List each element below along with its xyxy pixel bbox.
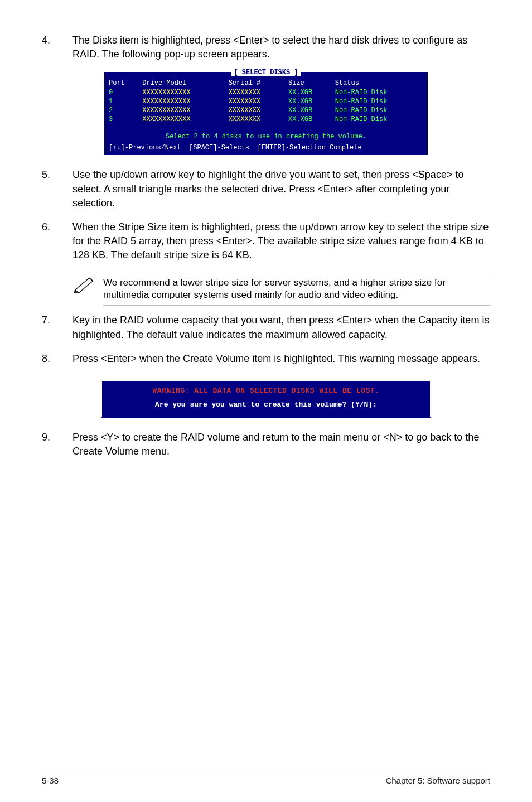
cell-size: XX.XGB [286, 115, 333, 124]
step-7: 7. Key in the RAID volume capacity that … [42, 313, 490, 341]
step-text: When the Stripe Size item is highlighted… [72, 220, 490, 263]
col-port: Port [107, 79, 140, 88]
cell-status: Non-RAID Disk [333, 106, 425, 115]
table-row: 2 XXXXXXXXXXXX XXXXXXXX XX.XGB Non-RAID … [107, 106, 425, 115]
step-text: Use the up/down arrow key to highlight t… [72, 168, 490, 210]
cell-port: 2 [107, 106, 140, 115]
step-number: 9. [42, 431, 72, 458]
table-row: 1 XXXXXXXXXXXX XXXXXXXX XX.XGB Non-RAID … [107, 97, 425, 106]
step-text: Key in the RAID volume capacity that you… [72, 313, 490, 341]
bios-disk-table: Port Drive Model Serial # Size Status 0 … [107, 79, 425, 124]
bios-title: [ SELECT DISKS ] [231, 69, 300, 76]
step-text: Press <Y> to create the RAID volume and … [72, 431, 490, 458]
step-text: The Disks item is highlighted, press <En… [72, 33, 490, 61]
cell-port: 0 [107, 88, 140, 98]
cell-serial: XXXXXXXX [226, 115, 286, 124]
bios-instruction: Select 2 to 4 disks to use in creating t… [107, 133, 425, 141]
cell-model: XXXXXXXXXXXX [140, 88, 226, 98]
cell-size: XX.XGB [286, 106, 333, 115]
col-status: Status [333, 79, 425, 88]
cell-status: Non-RAID Disk [333, 115, 425, 124]
step-5: 5. Use the up/down arrow key to highligh… [42, 168, 490, 210]
bios-warning-dialog: WARNING: ALL DATA ON SELECTED DISKS WILL… [100, 379, 432, 418]
cell-size: XX.XGB [286, 88, 333, 98]
step-number: 4. [42, 33, 72, 61]
cell-model: XXXXXXXXXXXX [140, 115, 226, 124]
step-9: 9. Press <Y> to create the RAID volume a… [42, 431, 490, 458]
cell-serial: XXXXXXXX [226, 88, 286, 98]
step-number: 6. [42, 220, 72, 263]
table-row: 3 XXXXXXXXXXXX XXXXXXXX XX.XGB Non-RAID … [107, 115, 425, 124]
warning-line-1: WARNING: ALL DATA ON SELECTED DISKS WILL… [107, 386, 425, 395]
col-serial: Serial # [226, 79, 286, 88]
cell-serial: XXXXXXXX [226, 97, 286, 106]
bios-keyhints: [↑↓]-Previous/Next [SPACE]-Selects [ENTE… [107, 143, 425, 152]
cell-model: XXXXXXXXXXXX [140, 106, 226, 115]
page-number: 5-38 [42, 776, 59, 785]
cell-port: 1 [107, 97, 140, 106]
table-header-row: Port Drive Model Serial # Size Status [107, 79, 425, 88]
step-number: 7. [42, 313, 72, 341]
cell-status: Non-RAID Disk [333, 97, 425, 106]
cell-size: XX.XGB [286, 97, 333, 106]
warning-line-2: Are you sure you want to create this vol… [107, 400, 425, 409]
cell-model: XXXXXXXXXXXX [140, 97, 226, 106]
step-number: 8. [42, 352, 72, 366]
note-text: We recommend a lower stripe size for ser… [103, 273, 490, 306]
step-4: 4. The Disks item is highlighted, press … [42, 33, 490, 61]
cell-serial: XXXXXXXX [226, 106, 286, 115]
step-number: 5. [42, 168, 72, 210]
cell-port: 3 [107, 115, 140, 124]
bios-title-bar: [ SELECT DISKS ] [107, 69, 425, 76]
table-row: 0 XXXXXXXXXXXX XXXXXXXX XX.XGB Non-RAID … [107, 88, 425, 98]
step-text: Press <Enter> when the Create Volume ite… [72, 352, 490, 366]
pencil-icon [72, 273, 103, 295]
step-8: 8. Press <Enter> when the Create Volume … [42, 352, 490, 366]
col-model: Drive Model [140, 79, 226, 88]
step-6: 6. When the Stripe Size item is highligh… [42, 220, 490, 263]
page-footer: 5-38 Chapter 5: Software support [42, 772, 490, 785]
note-callout: We recommend a lower stripe size for ser… [72, 273, 490, 306]
bios-select-disks-screen: [ SELECT DISKS ] Port Drive Model Serial… [104, 71, 428, 156]
cell-status: Non-RAID Disk [333, 88, 425, 98]
col-size: Size [286, 79, 333, 88]
chapter-label: Chapter 5: Software support [385, 776, 490, 785]
